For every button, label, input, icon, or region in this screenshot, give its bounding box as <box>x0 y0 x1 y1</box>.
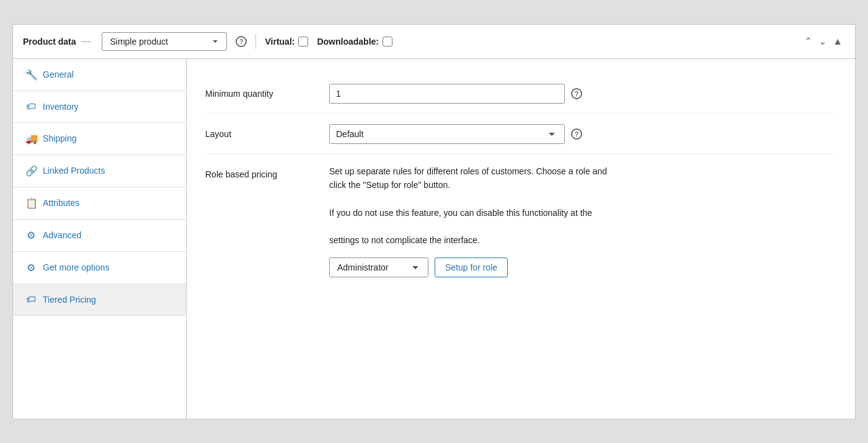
tag-icon: 🏷 <box>25 101 37 112</box>
downloadable-checkbox[interactable] <box>383 37 392 47</box>
sidebar-label-get-more-options: Get more options <box>43 262 109 272</box>
role-based-pricing-row: Role based pricing Set up separate rules… <box>205 154 836 287</box>
sidebar-label-general: General <box>43 69 74 79</box>
product-data-panel: Product data — Simple product Grouped pr… <box>12 24 856 419</box>
sidebar-label-linked-products: Linked Products <box>43 166 105 176</box>
sidebar-label-inventory: Inventory <box>43 102 79 112</box>
header-help-icon[interactable]: ? <box>236 36 247 47</box>
main-content: Minimum quantity ? Layout Default <box>187 59 855 419</box>
sidebar-label-tiered-pricing: Tiered Pricing <box>43 295 96 305</box>
collapse-expand-button[interactable]: ▲ <box>830 35 845 48</box>
minimum-quantity-input[interactable] <box>329 84 565 104</box>
sidebar-item-linked-products[interactable]: 🔗 Linked Products <box>13 155 186 187</box>
layout-inline: Default ? <box>329 124 751 144</box>
layout-select[interactable]: Default <box>329 124 565 144</box>
wrench-icon: 🔧 <box>25 69 37 81</box>
sidebar-item-tiered-pricing[interactable]: 🏷 Tiered Pricing <box>13 284 186 316</box>
minimum-quantity-row: Minimum quantity ? <box>205 74 836 114</box>
sidebar-item-shipping[interactable]: 🚚 Shipping <box>13 123 186 155</box>
downloadable-checkbox-group[interactable]: Downloadable: <box>317 37 392 47</box>
sidebar-item-advanced[interactable]: ⚙ Advanced <box>13 220 186 252</box>
sidebar-label-advanced: Advanced <box>43 230 81 240</box>
product-type-select[interactable]: Simple product Grouped product External/… <box>102 32 227 51</box>
collapse-buttons: ⌃ ⌄ ▲ <box>802 35 845 48</box>
collapse-up-button[interactable]: ⌃ <box>802 35 815 48</box>
role-based-pricing-field: Set up separate rules for different role… <box>329 164 751 277</box>
virtual-checkbox-group[interactable]: Virtual: <box>265 37 308 47</box>
panel-body: 🔧 General 🏷 Inventory 🚚 Shipping 🔗 Linke… <box>13 59 855 419</box>
link-icon: 🔗 <box>25 165 37 177</box>
sidebar-label-shipping: Shipping <box>43 133 77 143</box>
minimum-quantity-label: Minimum quantity <box>205 84 317 99</box>
minimum-quantity-inline: ? <box>329 84 751 104</box>
price-tag-icon: 🏷 <box>25 294 37 305</box>
panel-title: Product data — <box>23 36 93 47</box>
layout-row: Layout Default ? <box>205 114 836 154</box>
role-pricing-description: Set up separate rules for different role… <box>329 164 751 248</box>
setup-for-role-button[interactable]: Setup for role <box>435 257 508 277</box>
sidebar-item-general[interactable]: 🔧 General <box>13 59 186 91</box>
divider <box>255 34 256 49</box>
minimum-quantity-field: ? <box>329 84 751 104</box>
truck-icon: 🚚 <box>25 133 37 145</box>
list-icon: 📋 <box>25 197 37 209</box>
role-select[interactable]: Administrator Editor Author Subscriber <box>329 257 428 277</box>
sidebar: 🔧 General 🏷 Inventory 🚚 Shipping 🔗 Linke… <box>13 59 187 419</box>
sidebar-label-attributes: Attributes <box>43 198 79 208</box>
role-based-pricing-label: Role based pricing <box>205 164 317 179</box>
sidebar-item-attributes[interactable]: 📋 Attributes <box>13 187 186 220</box>
gear-icon: ⚙ <box>25 230 37 241</box>
downloadable-label: Downloadable: <box>317 37 379 47</box>
sidebar-item-inventory[interactable]: 🏷 Inventory <box>13 91 186 123</box>
sidebar-item-get-more-options[interactable]: ⚙ Get more options <box>13 252 186 284</box>
layout-help-icon[interactable]: ? <box>571 128 582 140</box>
role-pricing-actions: Administrator Editor Author Subscriber S… <box>329 257 751 277</box>
collapse-down-button[interactable]: ⌄ <box>816 35 829 48</box>
virtual-checkbox[interactable] <box>298 37 308 47</box>
minimum-quantity-help-icon[interactable]: ? <box>571 88 582 99</box>
plugin-icon: ⚙ <box>25 262 37 274</box>
virtual-label: Virtual: <box>265 37 294 47</box>
layout-label: Layout <box>205 124 317 139</box>
panel-header: Product data — Simple product Grouped pr… <box>13 25 855 59</box>
layout-field: Default ? <box>329 124 751 144</box>
